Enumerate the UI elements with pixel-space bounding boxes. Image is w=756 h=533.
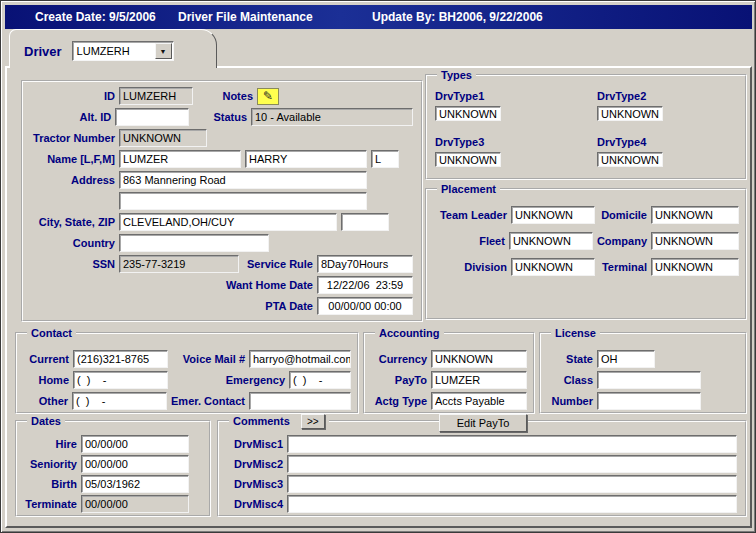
drvtype4-label: DrvType4 [597,136,745,149]
license-state-field[interactable]: OH [597,350,655,368]
comments-title-text: Comments [233,415,290,427]
company-label: Company [597,232,647,250]
drvmisc2-field[interactable] [287,455,737,473]
placement-group-title: Placement [437,182,500,196]
voice-mail-field[interactable]: harryo@hotmail.com [249,350,351,368]
license-number-label: Number [541,392,593,410]
status-label: Status [193,108,247,126]
accounting-group-title: Accounting [375,326,444,340]
pencil-icon: ✎ [263,89,273,103]
driver-select-combo[interactable]: LUMZERH ▼ [72,41,174,61]
drvtype4-field[interactable]: UNKNOWN [597,152,663,167]
tab-driver[interactable]: Driver LUMZERH ▼ [9,29,217,68]
drvmisc3-field[interactable] [287,475,737,493]
drvmisc2-label: DrvMisc2 [219,455,283,473]
service-rule-field[interactable]: 8Day70Hours [317,255,413,273]
team-leader-field[interactable]: UNKNOWN [511,206,595,224]
create-date-text: Create Date: 9/5/2006 [35,5,156,29]
drvmisc3-label: DrvMisc3 [219,475,283,493]
drvtype3-label: DrvType3 [435,136,583,149]
country-field[interactable] [119,234,269,252]
address2-field[interactable] [119,192,367,210]
tab-driver-label: Driver [24,44,62,59]
current-phone-label: Current [17,350,69,368]
chevron-down-icon: ▼ [160,48,167,55]
license-number-field[interactable] [597,392,701,410]
terminal-field[interactable]: UNKNOWN [651,258,739,276]
drvtype1-field[interactable]: UNKNOWN [435,106,501,121]
voice-mail-label: Voice Mail # [172,350,245,368]
currency-field[interactable]: UNKNOWN [431,350,527,368]
name-first-field[interactable]: HARRY [245,150,367,168]
emergency-phone-label: Emergency [172,371,285,389]
app-window: Create Date: 9/5/2006 Driver File Mainte… [0,0,756,533]
dates-group: Dates Hire 00/00/00 Seniority 00/00/00 B… [15,420,211,517]
city-state-field[interactable]: CLEVELAND,OH/CUY [119,213,337,231]
zip-field[interactable] [341,213,389,231]
service-rule-label: Service Rule [243,255,313,273]
ssn-field[interactable]: 235-77-3219 [119,255,239,273]
contact-group: Contact Current (216)321-8765 Voice Mail… [15,332,359,414]
id-label: ID [23,87,115,105]
current-phone-field[interactable]: (216)321-8765 [73,350,168,368]
birth-date-field[interactable]: 05/03/1962 [81,475,189,493]
license-group-title: License [551,326,600,340]
payto-label: PayTo [365,371,427,389]
main-panel: ID LUMZERH Notes ✎ Alt. ID Status 10 - A… [5,66,752,528]
seniority-date-label: Seniority [17,455,77,473]
birth-date-label: Birth [17,475,77,493]
emergency-phone-field[interactable]: ( ) - [289,371,351,389]
accounting-group: Accounting Currency UNKNOWN PayTo LUMZER… [363,332,535,414]
company-field[interactable]: UNKNOWN [651,232,739,250]
tractor-number-field[interactable]: UNKNOWN [119,129,207,147]
license-class-field[interactable] [597,371,701,389]
fleet-label: Fleet [431,232,505,250]
country-label: Country [23,234,115,252]
contact-group-title: Contact [27,326,76,340]
drvmisc1-field[interactable] [287,435,737,453]
home-phone-field[interactable]: ( ) - [73,371,168,389]
pta-date-field[interactable]: 00/00/00 00:00 [317,297,413,315]
actg-type-field[interactable]: Accts Payable [431,392,527,410]
comments-group: Comments >> DrvMisc1 DrvMisc2 DrvMisc3 D… [217,420,747,517]
drvtype3-field[interactable]: UNKNOWN [435,152,501,167]
license-class-label: Class [541,371,593,389]
fleet-field[interactable]: UNKNOWN [509,232,593,250]
division-label: Division [431,258,507,276]
comments-expand-button[interactable]: >> [301,414,325,429]
driver-info-box: ID LUMZERH Notes ✎ Alt. ID Status 10 - A… [21,80,423,322]
dates-group-title: Dates [27,414,65,428]
edit-payto-button[interactable]: Edit PayTo [439,414,527,432]
emer-contact-field[interactable] [249,392,351,410]
name-label: Name [L,F,M] [23,150,115,168]
driver-combo-dropdown-button[interactable]: ▼ [155,43,172,59]
terminate-date-label: Terminate [17,495,77,513]
name-last-field[interactable]: LUMZER [119,150,241,168]
domicile-field[interactable]: UNKNOWN [651,206,739,224]
name-middle-field[interactable]: L [371,150,399,168]
notes-icon[interactable]: ✎ [257,88,279,105]
types-group-title: Types [437,68,476,82]
id-field[interactable]: LUMZERH [119,87,193,105]
license-state-label: State [541,350,593,368]
address1-field[interactable]: 863 Mannering Road [119,171,367,189]
other-phone-label: Other [17,392,68,410]
division-field[interactable]: UNKNOWN [511,258,595,276]
alt-id-field[interactable] [115,108,189,126]
payto-field[interactable]: LUMZER [431,371,527,389]
want-home-date-label: Want Home Date [23,276,313,294]
hire-date-field[interactable]: 00/00/00 [81,435,189,453]
currency-label: Currency [365,350,427,368]
drvtype1-label: DrvType1 [435,90,583,103]
drvtype2-label: DrvType2 [597,90,745,103]
placement-group: Placement Team Leader UNKNOWN Domicile U… [425,188,747,320]
license-group: License State OH Class Number [539,332,747,414]
drvtype2-field[interactable]: UNKNOWN [597,106,663,121]
drvmisc1-label: DrvMisc1 [219,435,283,453]
other-phone-field[interactable]: ( ) - [72,392,167,410]
want-home-date-field[interactable]: 12/22/06 23:59 [317,276,413,294]
seniority-date-field[interactable]: 00/00/00 [81,455,189,473]
address-label: Address [23,171,115,189]
hire-date-label: Hire [17,435,77,453]
drvmisc4-field[interactable] [287,495,737,513]
